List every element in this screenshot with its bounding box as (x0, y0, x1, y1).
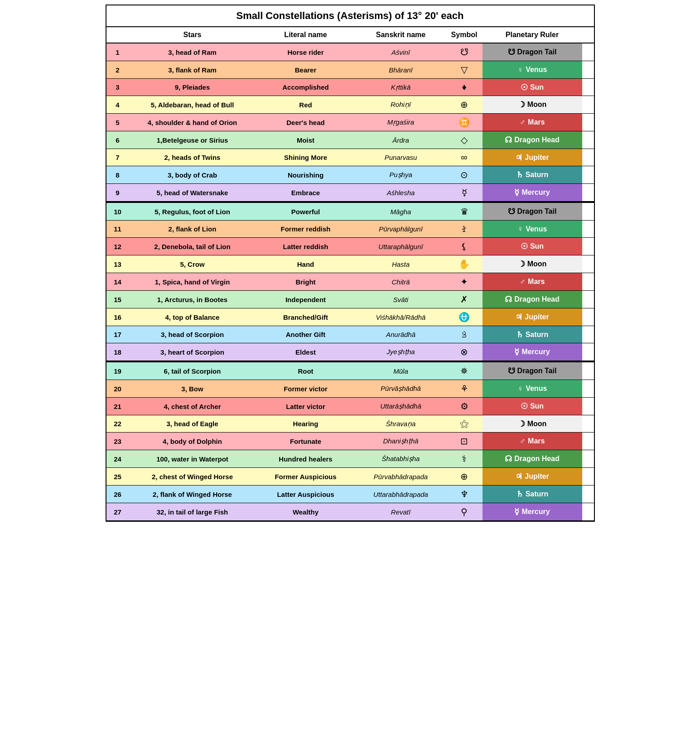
row-sanskrit: Māgha (356, 203, 446, 220)
row-stars: 2, heads of Twins (129, 149, 256, 166)
row-symbol: ⚲ (446, 503, 483, 520)
row-literal: Latter Auspicious (256, 486, 356, 503)
table-row: 2 3, flank of Ram Bearer Bhāranī ▽ ♀ Ven… (106, 61, 594, 79)
ruler-planet-symbol: ♄ (516, 170, 523, 180)
col-num (106, 27, 129, 43)
ruler-planet-symbol: ☽ (518, 259, 525, 269)
row-ruler: ☿ Mercury (483, 184, 582, 201)
col-literal: Literal name (256, 27, 356, 43)
row-ruler: ☋ Dragon Tail (483, 203, 582, 220)
row-stars: 1, Spica, hand of Virgin (129, 273, 256, 290)
row-ruler: ♄ Saturn (483, 326, 582, 343)
row-stars: 1, Arcturus, in Bootes (129, 291, 256, 308)
row-ruler: ♄ Saturn (483, 166, 582, 183)
ruler-planet-symbol: ♀ (517, 224, 524, 234)
ruler-name: Mercury (521, 508, 550, 516)
ruler-name: Venus (526, 385, 547, 393)
row-literal: Latter victor (256, 398, 356, 415)
row-stars: 2, flank of Lion (129, 221, 256, 237)
row-stars: 1,Betelgeuse or Sirius (129, 131, 256, 149)
row-ruler: ☿ Mercury (483, 503, 582, 520)
ruler-name: Moon (527, 420, 547, 428)
row-symbol: ⊗ (446, 343, 483, 361)
main-title: Small Constellations (Asterisms) of 13° … (106, 5, 594, 27)
ruler-planet-symbol: ☊ (505, 294, 512, 304)
table-row: 22 3, head of Eagle Hearing Śhravaṇa ⚝ ☽… (106, 415, 594, 433)
table-row: 25 2, chest of Winged Horse Former Auspi… (106, 468, 594, 486)
ruler-planet-symbol: ♀ (517, 384, 524, 394)
row-literal: Powerful (256, 203, 356, 220)
ruler-name: Sun (530, 83, 544, 91)
row-literal: Former victor (256, 380, 356, 397)
ruler-planet-symbol: ☉ (521, 241, 528, 251)
row-symbol: ♦ (446, 79, 483, 96)
row-sanskrit: Aśvinī (356, 43, 446, 61)
table-row: 18 3, heart of Scorpion Eldest Jyeṣhṭha … (106, 343, 594, 361)
ruler-planet-symbol: ☿ (514, 507, 519, 517)
ruler-planet-symbol: ☊ (505, 454, 512, 464)
header-row: Stars Literal name Sanskrit name Symbol … (106, 27, 594, 43)
ruler-planet-symbol: ☋ (508, 207, 515, 216)
row-symbol: ✵ (446, 362, 483, 380)
row-literal: Fortunate (256, 433, 356, 450)
row-symbol: ☋̈ (446, 43, 483, 61)
row-ruler: ☊ Dragon Head (483, 291, 582, 308)
ruler-name: Moon (527, 101, 547, 109)
row-stars: 3, head of Scorpion (129, 326, 256, 343)
row-ruler: ♂ Mars (483, 433, 582, 450)
row-literal: Bright (256, 273, 356, 290)
row-number: 15 (106, 291, 129, 308)
row-number: 24 (106, 450, 129, 467)
ruler-planet-symbol: ☉ (521, 82, 528, 92)
main-table: Small Constellations (Asterisms) of 13° … (106, 5, 595, 522)
row-sanskrit: Dhaniṣhṭhā (356, 433, 446, 450)
row-symbol: ⊕ (446, 96, 483, 113)
row-number: 5 (106, 114, 129, 131)
rows-container: 1 3, head of Ram Horse rider Aśvinī ☋̈ ☋… (106, 43, 594, 521)
row-stars: 5, head of Watersnake (129, 184, 256, 201)
ruler-name: Dragon Tail (517, 48, 557, 56)
row-stars: 4, top of Balance (129, 308, 256, 326)
row-sanskrit: Jyeṣhṭha (356, 343, 446, 361)
row-symbol: ꬷ (446, 221, 483, 237)
table-row: 24 100, water in Waterpot Hundred healer… (106, 450, 594, 468)
col-symbol: Symbol (446, 27, 483, 43)
ruler-name: Saturn (526, 331, 549, 339)
row-ruler: ☽ Moon (483, 255, 582, 273)
row-literal: Deer's head (256, 114, 356, 131)
row-sanskrit: Śhatabhiṣha (356, 450, 446, 467)
ruler-name: Jupiter (525, 154, 549, 162)
row-number: 26 (106, 486, 129, 503)
col-ruler: Planetary Ruler (483, 27, 582, 43)
row-symbol: ⊕ (446, 468, 483, 485)
ruler-planet-symbol: ♄ (516, 489, 523, 499)
row-sanskrit: Puṣhya (356, 166, 446, 183)
row-sanskrit: Punarvasu (356, 149, 446, 166)
row-literal: Horse rider (256, 43, 356, 61)
row-stars: 2, Denebola, tail of Lion (129, 238, 256, 255)
ruler-name: Moon (527, 260, 547, 268)
ruler-planet-symbol: ♂ (520, 118, 526, 127)
table-row: 9 5, head of Watersnake Embrace Aśhlesha… (106, 184, 594, 202)
table-row: 10 5, Regulus, foot of Lion Powerful Māg… (106, 202, 594, 221)
table-row: 6 1,Betelgeuse or Sirius Moist Ārdra ◇ ☊… (106, 131, 594, 149)
row-stars: 3, head of Ram (129, 43, 256, 61)
row-literal: Hundred healers (256, 450, 356, 467)
row-literal: Moist (256, 131, 356, 149)
row-stars: 3, body of Crab (129, 166, 256, 183)
row-stars: 3, Bow (129, 380, 256, 397)
row-ruler: ☽ Moon (483, 415, 582, 432)
row-symbol: ✋ (446, 255, 483, 273)
row-number: 6 (106, 131, 129, 149)
row-ruler: ☽ Moon (483, 96, 582, 113)
col-sanskrit: Sanskrit name (356, 27, 446, 43)
row-symbol: ∞ (446, 149, 483, 166)
row-number: 7 (106, 149, 129, 166)
table-row: 15 1, Arcturus, in Bootes Independent Sv… (106, 291, 594, 308)
row-ruler: ☉ Sun (483, 238, 582, 255)
row-literal: Hand (256, 255, 356, 273)
ruler-name: Venus (526, 225, 547, 233)
row-literal: Former reddish (256, 221, 356, 237)
row-number: 3 (106, 79, 129, 96)
row-sanskrit: Uttaraphālgunī (356, 238, 446, 255)
